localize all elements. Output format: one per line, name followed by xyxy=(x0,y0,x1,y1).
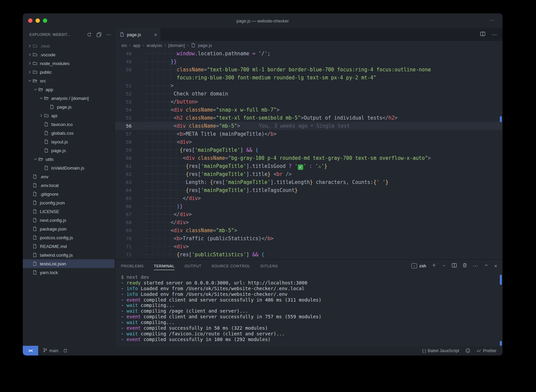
file-icon xyxy=(120,32,124,37)
code-line-65[interactable]: 65··············</div> xyxy=(115,194,503,202)
remote-indicator[interactable]: >< xyxy=(23,346,38,355)
editor-more-icon[interactable]: ⋯ xyxy=(491,31,497,38)
breadcrumb-item[interactable]: [domain] xyxy=(168,43,185,48)
code-line-70[interactable]: 70···········<b>Traffic (publicStatistic… xyxy=(115,235,503,243)
terminal-shell-chip[interactable]: › zsh xyxy=(411,263,426,268)
tree-item--env[interactable]: .env xyxy=(23,172,115,181)
close-tab-icon[interactable]: × xyxy=(154,32,157,38)
close-panel-icon[interactable]: × xyxy=(494,263,497,269)
tree-item-isvaliddomain-js[interactable]: isValidDomain.js xyxy=(23,164,115,172)
code-line-48[interactable]: 48············window.location.pathname =… xyxy=(115,50,503,58)
code-line-55[interactable]: 55···········<h2 className="text-xl font… xyxy=(115,114,503,122)
sync-changes-button[interactable] xyxy=(63,348,68,353)
panel-tab-gitlens[interactable]: GITLENS xyxy=(260,260,278,272)
tree-item-jsconfig-json[interactable]: jsconfig.json xyxy=(23,198,115,207)
tree-item-page-js[interactable]: page.js xyxy=(23,146,115,155)
panel-tab-output[interactable]: OUTPUT xyxy=(185,260,201,272)
tree-item-page-js[interactable]: page.js xyxy=(23,103,115,111)
code-line-54[interactable]: 54··········<div className="snap-x w-ful… xyxy=(115,106,503,114)
new-terminal-icon[interactable] xyxy=(431,263,437,269)
breadcrumb-item[interactable]: src xyxy=(121,43,127,48)
collapse-folders-icon[interactable] xyxy=(96,32,102,37)
code-editor[interactable]: 48············window.location.pathname =… xyxy=(115,50,503,259)
tree-item-yarn-lock[interactable]: yarn.lock xyxy=(23,268,115,277)
tree-item--env-local[interactable]: .env.local xyxy=(23,181,115,190)
tree-item-next-config-js[interactable]: next.config.js xyxy=(23,216,115,224)
tree-item-label: yarn.lock xyxy=(40,270,58,275)
tree-item-package-json[interactable]: package.json xyxy=(23,224,115,233)
code-line-63[interactable]: 63···············Length: {res['mainPageT… xyxy=(115,178,503,186)
tree-item-src[interactable]: src xyxy=(23,76,115,85)
code-line-52[interactable]: 52···········Check other domain xyxy=(115,90,503,98)
panel-more-icon[interactable]: ⋯ xyxy=(473,263,478,269)
more-actions-icon[interactable] xyxy=(106,32,111,37)
code-line-wrap[interactable]: focus:ring-blue-300 font-medium rounded-… xyxy=(115,74,503,82)
tree-item-analysis-domain-[interactable]: analysis / [domain] xyxy=(23,94,115,103)
tree-item-favicon-ico[interactable]: favicon.ico xyxy=(23,120,115,129)
terminal-line: - wait compiling /favicon.ico/route (cli… xyxy=(121,331,503,337)
tree-item-postcss-config-js[interactable]: postcss.config.js xyxy=(23,233,115,242)
explorer-sidebar: EXPLORER: WEBSIT... .next.vscodenode_mod… xyxy=(23,28,115,346)
panel-tab-source-control[interactable]: SOURCE CONTROL xyxy=(211,260,250,272)
panel-tab-problems[interactable]: PROBLEMS xyxy=(121,260,144,272)
prettier-formatter[interactable]: ✓✓ Prettier xyxy=(476,348,496,353)
code-line-58[interactable]: 58············<div> xyxy=(115,138,503,146)
tree-item-utils[interactable]: utils xyxy=(23,155,115,164)
code-line-49[interactable]: 49··········}} xyxy=(115,58,503,66)
maximize-panel-icon[interactable] xyxy=(484,263,489,269)
tree-item-public[interactable]: public xyxy=(23,68,115,76)
tree-item-testslist-json[interactable]: testsList.json xyxy=(23,259,115,268)
code-line-51[interactable]: 51··········> xyxy=(115,82,503,90)
file-icon xyxy=(32,183,38,188)
tree-item-license[interactable]: LICENSE xyxy=(23,207,115,216)
breadcrumb-separator: › xyxy=(143,43,144,48)
code-line-56[interactable]: 56···········<div className="mb-5">You, … xyxy=(115,122,503,130)
kill-terminal-icon[interactable] xyxy=(462,263,467,269)
terminal-dropdown-icon[interactable] xyxy=(442,263,446,269)
code-line-66[interactable]: 66············)} xyxy=(115,202,503,210)
language-mode[interactable]: { } Babel JavaScript xyxy=(422,348,459,353)
code-line-64[interactable]: 64···············{res['mainPageTitle'].t… xyxy=(115,186,503,194)
tree-item-tailwind-config-js[interactable]: tailwind.config.js xyxy=(23,251,115,259)
tree-item-readme-md[interactable]: README.md xyxy=(23,242,115,251)
file-icon xyxy=(32,253,38,257)
breadcrumb-separator: › xyxy=(164,43,166,48)
code-line-71[interactable]: 71···········<div> xyxy=(115,243,503,251)
feedback-smiley-icon[interactable] xyxy=(465,348,470,353)
panel-tab-terminal[interactable]: TERMINAL xyxy=(154,260,175,272)
tree-item-node-modules[interactable]: node_modules xyxy=(23,59,115,68)
code-line-67[interactable]: 67···········</div> xyxy=(115,210,503,218)
tree-item-layout-js[interactable]: layout.js xyxy=(23,137,115,146)
code-line-59[interactable]: 59·············{res['mainPageTitle'] && … xyxy=(115,146,503,154)
split-editor-icon[interactable] xyxy=(480,31,485,38)
tree-item-label: page.js xyxy=(51,148,66,153)
tab-page-js[interactable]: page.js × xyxy=(115,28,160,41)
tree-item-app[interactable]: app xyxy=(23,85,115,94)
panel-scrollbar-2[interactable] xyxy=(500,341,502,346)
code-line-53[interactable]: 53··········</button> xyxy=(115,98,503,106)
code-line-68[interactable]: 68··········</div> xyxy=(115,218,503,226)
line-number: 50 xyxy=(115,66,132,74)
panel-scrollbar[interactable] xyxy=(500,275,502,285)
tree-item--vscode[interactable]: .vscode xyxy=(23,50,115,59)
branch-status[interactable]: main xyxy=(43,348,58,353)
code-line-72[interactable]: 72············{res['publicStatistics'] &… xyxy=(115,251,503,259)
code-line-60[interactable]: 60··············<div className="bg-gray-… xyxy=(115,154,503,162)
breadcrumb-item[interactable]: app xyxy=(133,43,140,48)
breadcrumb-item[interactable]: page.js xyxy=(198,43,212,48)
code-line-61[interactable]: 61···············{res['mainPageTitle'].t… xyxy=(115,162,503,170)
code-line-69[interactable]: 69··········<div className="mb-5"> xyxy=(115,226,503,235)
tree-item-api[interactable]: api xyxy=(23,111,115,120)
double-check-icon: ✓✓ xyxy=(476,348,480,353)
refresh-explorer-icon[interactable] xyxy=(87,32,92,37)
tree-item-globals-css[interactable]: globals.css xyxy=(23,129,115,137)
code-line-62[interactable]: 62···············{res['mainPageTitle'].t… xyxy=(115,170,503,178)
code-line-57[interactable]: 57············<b>META Title (mainPageTit… xyxy=(115,130,503,138)
breadcrumb-item[interactable]: analysis xyxy=(146,43,162,48)
split-terminal-icon[interactable] xyxy=(452,263,457,269)
tree-item--next[interactable]: .next xyxy=(23,42,115,50)
titlebar-more-icon[interactable]: ⋯ xyxy=(490,17,495,23)
code-line-50[interactable]: 50············className="text-blue-700 m… xyxy=(115,66,503,74)
tree-item--gitignore[interactable]: .gitignore xyxy=(23,190,115,198)
line-number: 65 xyxy=(115,194,132,202)
